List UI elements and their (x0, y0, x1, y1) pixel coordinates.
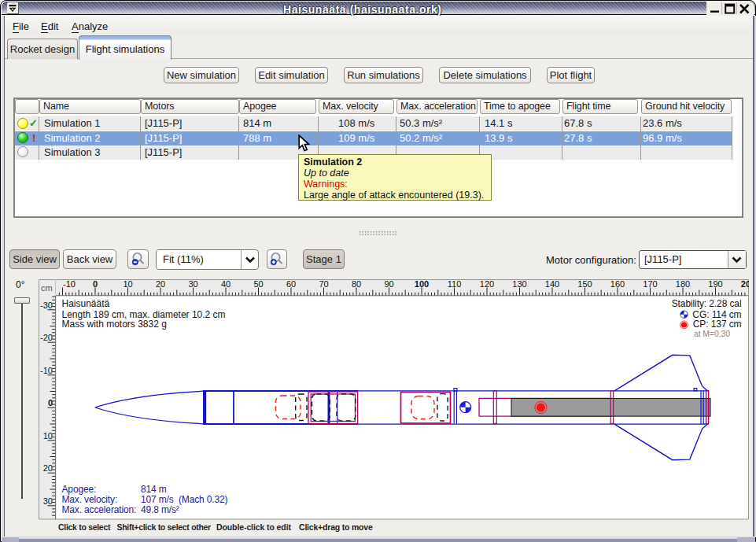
svg-text:30: 30 (188, 279, 197, 289)
svg-text:130: 130 (512, 279, 526, 289)
svg-text:-10: -10 (63, 279, 76, 289)
svg-text:814 m: 814 m (141, 484, 167, 495)
svg-text:-10: -10 (40, 366, 53, 375)
svg-text:30: 30 (43, 496, 53, 506)
svg-text:at M=0.30: at M=0.30 (694, 329, 730, 338)
svg-text:-30: -30 (40, 300, 53, 310)
svg-text:190: 190 (708, 279, 722, 289)
svg-text:90: 90 (384, 279, 393, 289)
svg-text:180: 180 (676, 279, 690, 289)
svg-text:110: 110 (448, 279, 462, 289)
svg-text:140: 140 (545, 279, 559, 289)
svg-text:49.8 m/s²: 49.8 m/s² (141, 504, 179, 515)
svg-text:170: 170 (643, 279, 657, 289)
svg-text:20: 20 (43, 463, 53, 473)
svg-text:Haisunäätä: Haisunäätä (62, 298, 110, 309)
svg-text:Mass with motors 3832 g: Mass with motors 3832 g (62, 319, 167, 330)
svg-text:0: 0 (93, 279, 98, 289)
svg-text:0: 0 (48, 398, 53, 407)
svg-text:150: 150 (577, 279, 592, 289)
svg-text:100: 100 (415, 279, 429, 289)
svg-text:50: 50 (253, 279, 263, 289)
svg-text:60: 60 (286, 279, 296, 289)
svg-text:70: 70 (319, 279, 328, 289)
svg-text:40: 40 (221, 279, 230, 289)
svg-text:cm: cm (41, 283, 53, 293)
svg-text:Max. acceleration:: Max. acceleration: (62, 504, 137, 515)
svg-text:160: 160 (610, 279, 625, 289)
svg-text:-20: -20 (40, 333, 53, 342)
svg-text:10: 10 (43, 431, 53, 441)
svg-text:Apogee:: Apogee: (62, 484, 97, 495)
svg-text:20: 20 (156, 279, 165, 289)
svg-text:10: 10 (123, 279, 132, 289)
svg-text:80: 80 (352, 279, 361, 289)
svg-text:120: 120 (480, 279, 494, 289)
svg-text:200: 200 (741, 279, 749, 289)
svg-text:Stability: 2.28 cal: Stability: 2.28 cal (672, 298, 742, 309)
